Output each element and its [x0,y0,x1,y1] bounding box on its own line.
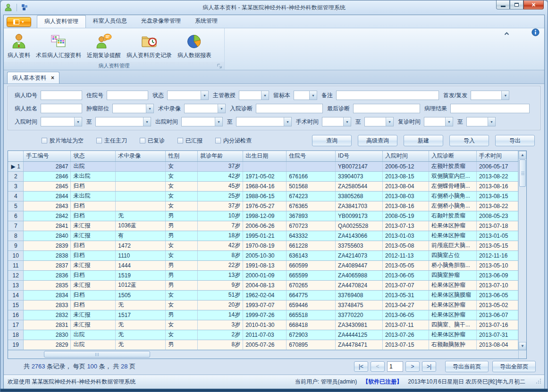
table-cell-admission-number[interactable]: 676166 [287,171,336,181]
table-cell-admission-diagnosis[interactable]: 松果体区肿瘤 [429,231,476,241]
table-cell-id-number[interactable]: 33769408 [336,290,383,300]
row-indicator-cell[interactable]: 9 [8,241,24,250]
table-cell-birth-date[interactable]: 2005-07-26 [243,340,287,350]
table-cell-surgery-date[interactable]: 2013-06-07 [476,310,518,320]
table-row[interactable]: ▶ 12847出院女37岁YB00721472006-05-12左额叶胶质瘤20… [8,161,518,171]
revisit-date-to-select[interactable]: ▼ [466,117,496,126]
row-indicator-cell[interactable]: 4 [8,191,24,201]
table-cell-status[interactable]: 归档 [71,290,116,300]
table-cell-status[interactable]: 归档 [71,211,116,221]
table-cell-id-number[interactable]: ZA4089447 [336,260,383,270]
vertical-scroll-thumb[interactable] [519,159,526,187]
table-cell-gender[interactable]: 女 [166,250,198,260]
prev-page-button[interactable]: < [371,361,385,372]
table-cell-birth-date[interactable]: 2006-06-26 [243,221,287,231]
import-button[interactable]: 导入 [449,135,489,146]
checkbox-revisited[interactable]: 已复诊 [140,137,165,145]
checkbox-reported[interactable]: 已汇报 [177,137,202,145]
table-cell-visit-age[interactable]: 37岁 [198,201,243,211]
table-cell-admission-date[interactable]: 2013-06-05 [383,270,429,280]
table-cell-birth-date[interactable]: 1976-05-27 [243,201,287,211]
table-cell-intraop-video[interactable] [116,171,166,181]
table-cell-admission-diagnosis[interactable]: 松果体区肿瘤 [429,310,476,320]
table-cell-status[interactable]: 未汇报 [71,280,116,290]
table-row[interactable]: 152833归档无女20岁1993-07-0765944633748475201… [8,300,518,310]
table-cell-intraop-video[interactable]: 无 [116,340,166,350]
table-row[interactable]: 102838归档1110女8岁2005-10-30636143ZA4214073… [8,250,518,260]
column-header-admission-date[interactable]: 入院时间 [383,151,429,161]
table-cell-id-number[interactable]: ZA4478471 [336,340,383,350]
table-cell-admission-number[interactable]: 661228 [287,241,336,250]
row-indicator-cell[interactable]: ▶ 1 [8,161,24,171]
table-cell-admission-date[interactable]: 2008-05-19 [383,211,429,221]
table-cell-visit-age[interactable]: 51岁 [198,290,243,300]
column-header-status[interactable]: 状态 [71,151,116,161]
row-indicator-cell[interactable]: 5 [8,201,24,211]
table-cell-id-number[interactable]: YB0072147 [336,161,383,171]
table-row[interactable]: 82840未汇报有男18岁1995-01-21643332ZA414306620… [8,231,518,241]
table-cell-birth-date[interactable]: 1970-08-19 [243,241,287,250]
table-cell-status[interactable]: 归档 [71,241,116,250]
table-row[interactable]: 162832未汇报1517男14岁1999-07-266655183377022… [8,310,518,320]
table-cell-intraop-video[interactable] [116,201,166,211]
column-header-birth-date[interactable]: 出生日期 [243,151,287,161]
table-row[interactable]: 112837未汇报1444男22岁1991-08-13660599ZA40894… [8,260,518,270]
table-cell-admission-diagnosis[interactable]: 前颅底巨大脑... [429,241,476,250]
table-cell-manual-number[interactable]: 2838 [24,250,71,260]
ribbon-button-postop-report[interactable]: 术后病人汇报资料 [33,30,84,61]
column-header-gender[interactable]: 性别 [166,151,198,161]
pathology-result-input[interactable] [450,104,530,113]
chief-professor-select[interactable]: ▼ [239,91,269,100]
table-cell-id-number[interactable]: QA0025528 [336,221,383,231]
table-cell-admission-date[interactable]: 2013-07-26 [383,330,429,340]
table-cell-id-number[interactable]: 33748475 [336,300,383,310]
ribbon-tab-patient-data-management[interactable]: 病人资料管理 [37,15,86,28]
row-indicator-cell[interactable]: 10 [8,250,24,260]
table-cell-id-number[interactable]: ZA4470824 [336,280,383,290]
row-indicator-cell[interactable]: 13 [8,280,24,290]
admission-date-from-select[interactable]: ▼ [41,117,82,126]
table-cell-manual-number[interactable]: 2829 [24,340,71,350]
table-cell-admission-number[interactable]: 670723 [287,221,336,231]
table-cell-admission-number[interactable]: 643332 [287,231,336,241]
export-current-page-button[interactable]: 导出当前页 [445,361,489,372]
row-indicator-cell[interactable]: 15 [8,300,24,310]
table-cell-admission-date[interactable]: 2013-08-15 [383,171,429,181]
surgery-date-from-select[interactable]: ▼ [322,117,351,126]
table-cell-visit-age[interactable]: 42岁 [198,171,243,181]
table-cell-admission-date[interactable]: 2013-04-27 [383,300,429,310]
table-cell-manual-number[interactable]: 2837 [24,260,71,270]
table-cell-id-number[interactable]: 33755603 [336,241,383,250]
row-indicator-cell[interactable]: 8 [8,231,24,241]
table-cell-status[interactable]: 出院 [71,161,116,171]
ribbon-tab-system-management[interactable]: 系统管理 [188,15,225,28]
table-cell-manual-number[interactable]: 2830 [24,330,71,340]
table-cell-status[interactable]: 出院 [71,340,116,350]
table-cell-admission-date[interactable]: 2012-11-13 [383,250,429,260]
minimize-button[interactable] [496,0,510,9]
table-cell-admission-date[interactable]: 2013-07-13 [383,221,429,231]
table-cell-intraop-video[interactable] [116,191,166,201]
table-cell-intraop-video[interactable]: 1519 [116,270,166,280]
table-cell-status[interactable]: 未汇报 [71,260,116,270]
table-cell-surgery-date[interactable]: 2013-07-10 [476,280,518,290]
table-cell-gender[interactable]: 男 [166,340,198,350]
ribbon-tab-department-staff-info[interactable]: 科室人员信息 [86,15,134,28]
row-indicator-cell[interactable]: 11 [8,260,24,270]
table-cell-visit-age[interactable]: 25岁 [198,191,243,201]
table-cell-admission-number[interactable]: 676365 [287,201,336,211]
remarks-input[interactable] [336,91,439,100]
table-cell-manual-number[interactable]: 2840 [24,231,71,241]
table-cell-admission-number[interactable]: 367893 [287,211,336,221]
table-cell-intraop-video[interactable] [116,161,166,171]
table-cell-intraop-video[interactable]: 无 [116,211,166,221]
table-cell-admission-number[interactable]: 668418 [287,320,336,330]
table-row[interactable]: 32845归档女45岁1968-04-16501568ZA25805442013… [8,181,518,191]
table-cell-surgery-date[interactable]: 2013-01-05 [476,231,518,241]
table-cell-id-number[interactable]: ZA3430981 [336,320,383,330]
table-row[interactable]: 192829出院无男8岁2005-07-26670895ZA4478471201… [8,340,518,350]
table-cell-admission-date[interactable]: 2013-07-11 [383,320,429,330]
table-cell-manual-number[interactable]: 2846 [24,171,71,181]
table-cell-manual-number[interactable]: 2847 [24,161,71,171]
table-cell-birth-date[interactable]: 1971-05-02 [243,171,287,181]
